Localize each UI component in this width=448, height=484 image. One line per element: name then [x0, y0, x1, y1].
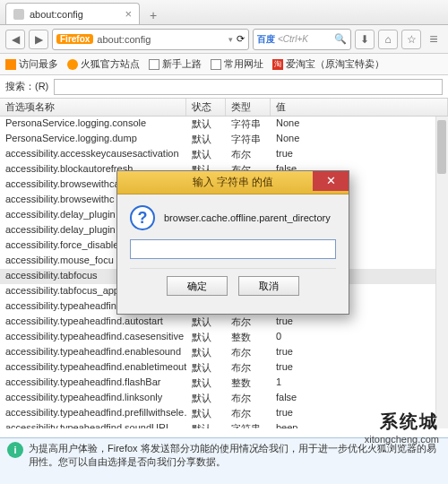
bookmark-icon — [5, 59, 16, 70]
cell-type: 布尔 — [226, 391, 271, 406]
cell-name: accessibility.accesskeycausesactivation — [0, 147, 186, 162]
cell-name: PersonaService.logging.console — [0, 117, 186, 132]
bookmark-label: 爱淘宝（原淘宝特卖） — [286, 57, 384, 71]
ok-button[interactable]: 确定 — [167, 276, 228, 296]
cell-type: 布尔 — [226, 345, 271, 360]
url-text: about:config — [97, 34, 225, 45]
col-name[interactable]: 首选项名称 — [0, 99, 186, 116]
table-row[interactable]: accessibility.accesskeycausesactivation默… — [0, 147, 448, 162]
table-row[interactable]: accessibility.typeaheadfind.linksonly默认布… — [0, 391, 448, 406]
bookmark-item[interactable]: 淘爱淘宝（原淘宝特卖） — [272, 57, 384, 71]
tab-title: about:config — [30, 9, 119, 20]
cell-name: accessibility.typeaheadfind.casesensitiv… — [0, 330, 186, 345]
table-row[interactable]: accessibility.typeaheadfind.enablesound默… — [0, 345, 448, 360]
bookmarks-bar: 访问最多火狐官方站点新手上路常用网址淘爱淘宝（原淘宝特卖） — [0, 54, 448, 75]
back-button[interactable]: ◀ — [5, 30, 25, 49]
col-value[interactable]: 值 — [271, 99, 448, 116]
search-placeholder: <Ctrl+K — [278, 34, 332, 44]
cell-value: true — [271, 345, 448, 360]
bookmark-item[interactable]: 访问最多 — [5, 57, 58, 71]
table-row[interactable]: accessibility.typeaheadfind.enabletimeou… — [0, 360, 448, 376]
pref-search-input[interactable] — [54, 79, 443, 95]
bookmark-item[interactable]: 火狐官方站点 — [67, 57, 140, 71]
table-row[interactable]: accessibility.typeaheadfind.soundURL默认字符… — [0, 421, 448, 428]
pref-table-header: 首选项名称 状态 类型 值 — [0, 99, 448, 117]
tab-strip: about:config × + — [0, 0, 448, 25]
cell-status: 默认 — [186, 147, 226, 162]
menu-button[interactable]: ≡ — [425, 31, 443, 48]
prompt-dialog: 输入 字符串 的值 ✕ ? browser.cache.offline.pare… — [116, 170, 349, 315]
cell-name: accessibility.typeaheadfind.linksonly — [0, 391, 186, 406]
cell-type: 字符串 — [226, 132, 271, 147]
col-type[interactable]: 类型 — [226, 99, 271, 116]
new-tab-button[interactable]: + — [143, 8, 163, 24]
bookmark-item[interactable]: 新手上路 — [149, 57, 202, 71]
dialog-input[interactable] — [130, 239, 336, 259]
bookmark-label: 访问最多 — [19, 57, 58, 71]
scrollbar[interactable] — [435, 117, 448, 428]
bookmark-label: 新手上路 — [162, 57, 202, 71]
col-status[interactable]: 状态 — [186, 99, 226, 116]
info-icon: i — [7, 442, 23, 458]
forward-button[interactable]: ▶ — [29, 30, 48, 49]
table-row[interactable]: accessibility.typeaheadfind.flashBar默认整数… — [0, 376, 448, 391]
cell-status: 默认 — [186, 132, 226, 147]
dialog-title: 输入 字符串 的值 — [193, 175, 274, 190]
cell-value: beep — [271, 421, 448, 428]
cell-value: true — [271, 315, 448, 330]
cancel-button[interactable]: 取消 — [238, 276, 299, 296]
cell-type: 布尔 — [226, 406, 271, 421]
question-icon: ? — [130, 205, 155, 230]
search-box[interactable]: 百度 <Ctrl+K 🔍 — [253, 29, 351, 50]
bookmark-icon: 淘 — [272, 59, 283, 70]
cell-name: accessibility.typeaheadfind.autostart — [0, 315, 186, 330]
pref-search-label: 搜索：(R) — [5, 80, 48, 93]
bookmark-item[interactable]: 常用网址 — [211, 57, 263, 71]
cell-status: 默认 — [186, 330, 226, 345]
search-engine-icon[interactable]: 百度 — [257, 33, 275, 46]
dialog-close-button[interactable]: ✕ — [313, 171, 349, 191]
cell-status: 默认 — [186, 345, 226, 360]
cell-type: 字符串 — [226, 117, 271, 132]
url-bar[interactable]: Firefox about:config ▾ ⟳ — [52, 29, 249, 50]
table-row[interactable]: accessibility.typeaheadfind.autostart默认布… — [0, 315, 448, 330]
cell-name: accessibility.typeaheadfind.enablesound — [0, 345, 186, 360]
home-button[interactable]: ⌂ — [378, 30, 398, 49]
bookmark-label: 火狐官方站点 — [81, 57, 140, 71]
cell-name: accessibility.typeaheadfind.flashBar — [0, 376, 186, 391]
cell-name: PersonaService.logging.dump — [0, 132, 186, 147]
cell-status: 默认 — [186, 315, 226, 330]
dialog-titlebar[interactable]: 输入 字符串 的值 ✕ — [117, 171, 349, 194]
info-bar: i 为提高用户体验，Firefox 将发送部分功能的使用情况给我们，用于进一步优… — [0, 437, 448, 484]
cell-name: accessibility.typeaheadfind.enabletimeou… — [0, 360, 186, 376]
cell-value: true — [271, 147, 448, 162]
info-text: 为提高用户体验，Firefox 将发送部分功能的使用情况给我们，用于进一步优化火… — [29, 442, 441, 480]
cell-status: 默认 — [186, 360, 226, 376]
chevron-down-icon[interactable]: ▾ — [228, 35, 233, 44]
cell-value: false — [271, 391, 448, 406]
downloads-button[interactable]: ⬇ — [355, 30, 375, 49]
cell-status: 默认 — [186, 391, 226, 406]
table-row[interactable]: PersonaService.logging.console默认字符串None — [0, 117, 448, 132]
bookmark-star-button[interactable]: ☆ — [401, 30, 421, 49]
close-icon[interactable]: × — [125, 7, 132, 21]
table-row[interactable]: PersonaService.logging.dump默认字符串None — [0, 132, 448, 147]
bookmark-icon — [67, 59, 78, 70]
search-icon[interactable]: 🔍 — [334, 33, 347, 45]
pref-search-row: 搜索：(R) — [0, 75, 448, 99]
browser-tab[interactable]: about:config × — [5, 3, 140, 24]
bookmark-label: 常用网址 — [224, 57, 263, 71]
cell-value: None — [271, 132, 448, 147]
reload-icon[interactable]: ⟳ — [237, 33, 245, 45]
cell-name: accessibility.typeaheadfind.soundURL — [0, 421, 186, 428]
cell-type: 布尔 — [226, 147, 271, 162]
cell-value: 1 — [271, 376, 448, 391]
scrollbar-thumb[interactable] — [437, 120, 446, 174]
cell-status: 默认 — [186, 406, 226, 421]
cell-type: 整数 — [226, 330, 271, 345]
nav-toolbar: ◀ ▶ Firefox about:config ▾ ⟳ 百度 <Ctrl+K … — [0, 25, 448, 54]
cell-type: 整数 — [226, 376, 271, 391]
cell-type: 布尔 — [226, 360, 271, 376]
table-row[interactable]: accessibility.typeaheadfind.prefillwiths… — [0, 406, 448, 421]
table-row[interactable]: accessibility.typeaheadfind.casesensitiv… — [0, 330, 448, 345]
